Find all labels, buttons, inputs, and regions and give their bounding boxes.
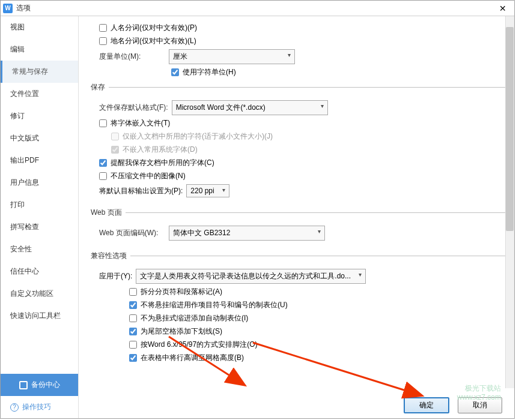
compat-hang-tab-label: 不将悬挂缩进用作项目符号和编号的制表位(U) [141,300,288,310]
sidebar-item-qat[interactable]: 快速访问工具栏 [1,305,78,327]
embed-font-label: 将字体嵌入文件(T) [111,118,170,128]
remind-font-checkbox[interactable] [99,159,107,167]
name-seg-checkbox[interactable] [99,24,107,32]
sidebar-item-trust[interactable]: 信任中心 [1,260,78,283]
compat-auto-tab-label: 不为悬挂式缩进添加自动制表位(I) [141,313,248,323]
remind-font-label: 提醒我保存文档中所用的字体(C) [111,158,214,168]
place-seg-label: 地名分词(仅对中文有效)(L) [111,36,196,46]
web-enc-label: Web 页面编码(W): [99,228,165,238]
use-char-unit-checkbox[interactable] [171,68,179,76]
sidebar-item-general-save[interactable]: 常规与保存 [1,61,78,83]
vertical-scrollbar[interactable] [505,16,514,388]
sidebar-item-view[interactable]: 视图 [1,16,78,38]
unit-select[interactable]: 厘米 [169,49,295,64]
tips-link[interactable]: ? 操作技巧 [1,396,78,418]
apply-select[interactable]: 文字是人类用表义符号记录表达信息以传之久远的方式和工具.do... [136,269,366,284]
sidebar-item-revision[interactable]: 修订 [1,105,78,127]
default-format-select[interactable]: Microsoft Word 文件(*.docx) [172,100,328,115]
no-compress-label: 不压缩文件中的图像(N) [111,171,186,181]
ppi-label: 将默认目标输出设置为(P): [99,186,183,196]
name-seg-label: 人名分词(仅对中文有效)(P) [111,23,197,33]
sidebar-item-edit[interactable]: 编辑 [1,38,78,61]
web-group: Web 页面 Web 页面编码(W): 简体中文 GB2312 [87,208,508,246]
backup-icon [19,381,28,389]
use-char-unit-label: 使用字符单位(H) [183,67,236,77]
compat-group: 兼容性选项 应用于(Y): 文字是人类用表义符号记录表达信息以传之久远的方式和工… [87,251,508,368]
save-group: 保存 文件保存默认格式(F): Microsoft Word 文件(*.docx… [87,82,508,203]
compat-underline-label: 为尾部空格添加下划线(S) [141,326,222,337]
sidebar-nav: 视图 编辑 常规与保存 文件位置 修订 中文版式 输出PDF 用户信息 打印 拼… [1,16,78,374]
backup-center-button[interactable]: 备份中心 [1,374,78,396]
sidebar-item-output-pdf[interactable]: 输出PDF [1,149,78,172]
ok-button[interactable]: 确定 [404,397,449,413]
close-icon[interactable]: ✕ [494,4,512,13]
save-legend: 保存 [87,82,109,92]
compat-legend: 兼容性选项 [87,251,130,261]
content-panel: 人名分词(仅对中文有效)(P) 地名分词(仅对中文有效)(L) 度量单位(M):… [79,16,514,418]
compat-auto-tab-checkbox[interactable] [129,314,137,322]
place-seg-checkbox[interactable] [99,37,107,45]
compat-rowheight-label: 在表格中将行高调至网格高度(B) [141,353,244,363]
window-title: 选项 [16,3,494,13]
embed-font-checkbox[interactable] [99,119,107,127]
ppi-select[interactable]: 220 ppi [186,184,229,197]
web-legend: Web 页面 [87,208,126,218]
app-logo-icon: W [3,4,13,13]
sidebar-item-cn-layout[interactable]: 中文版式 [1,127,78,149]
web-enc-select[interactable]: 简体中文 GB2312 [169,226,325,241]
sidebar-item-file-location[interactable]: 文件位置 [1,83,78,105]
sidebar-item-security[interactable]: 安全性 [1,238,78,260]
embed-only-label: 仅嵌入文档中所用的字符(适于减小文件大小)(J) [123,131,273,142]
compat-hang-tab-checkbox[interactable] [129,301,137,309]
embed-only-checkbox [111,133,119,140]
unit-label: 度量单位(M): [99,52,165,62]
default-format-label: 文件保存默认格式(F): [99,103,168,113]
sidebar-item-customize-ribbon[interactable]: 自定义功能区 [1,283,78,305]
sidebar-item-user-info[interactable]: 用户信息 [1,172,78,194]
compat-footnote-label: 按Word 6.x/95/97的方式安排脚注(O) [141,340,257,350]
help-icon: ? [10,403,19,412]
sidebar-item-print[interactable]: 打印 [1,194,78,216]
cancel-button[interactable]: 取消 [458,397,502,413]
tips-label: 操作技巧 [22,402,51,412]
compat-underline-checkbox[interactable] [129,328,137,335]
apply-label: 应用于(Y): [99,271,132,281]
compat-footnote-checkbox[interactable] [129,341,137,349]
embed-nosys-label: 不嵌入常用系统字体(D) [123,145,198,155]
compat-split-checkbox[interactable] [129,288,137,296]
compat-split-label: 拆分分页符和段落标记(A) [141,287,222,297]
embed-nosys-checkbox [111,146,119,154]
backup-label: 备份中心 [31,380,60,390]
compat-rowheight-checkbox[interactable] [129,354,137,362]
no-compress-checkbox[interactable] [99,172,107,180]
scrollbar-thumb[interactable] [506,27,514,231]
sidebar-item-spell[interactable]: 拼写检查 [1,216,78,238]
